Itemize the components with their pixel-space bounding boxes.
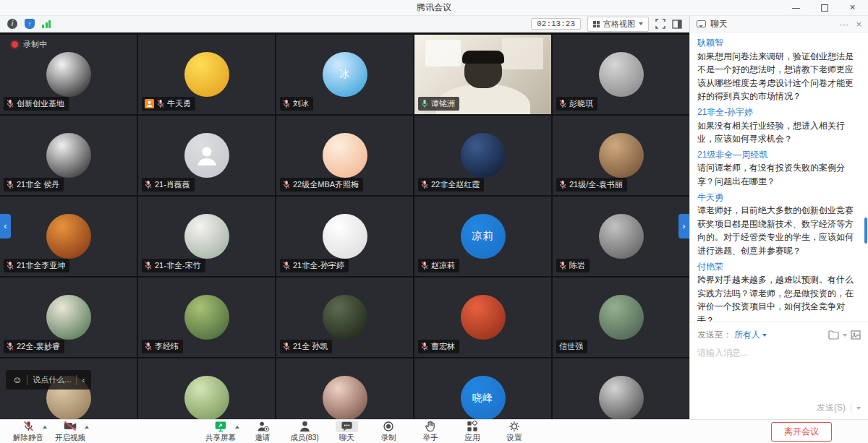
avatar: 凉莉 [461, 214, 506, 259]
participant-name: 创新创业基地 [17, 98, 64, 109]
screenshot-icon[interactable] [851, 330, 861, 340]
toolbar-settings-button[interactable]: 设置 [493, 420, 535, 443]
toolbar-invite-button[interactable]: 邀请 [242, 420, 284, 443]
previous-page-arrow[interactable]: ‹ [0, 214, 11, 238]
toolbar-raise-hand-button[interactable]: 举手 [409, 420, 451, 443]
avatar [323, 214, 367, 259]
close-button[interactable]: × [848, 4, 856, 12]
emoji-icon[interactable]: ☺ [12, 375, 22, 384]
chevron-down-icon [762, 334, 767, 337]
message-sender[interactable]: 21非全-孙宇婷 [697, 106, 861, 119]
avatar [323, 295, 367, 340]
video-tile[interactable]: 彭晓琪 [553, 35, 689, 114]
toolbar-record-button[interactable]: 录制 [367, 420, 409, 443]
video-tile[interactable]: 李经纬 [138, 278, 275, 357]
toolbar-label: 录制 [381, 433, 396, 443]
leave-meeting-button[interactable]: 离开会议 [771, 422, 832, 442]
participant-name-chip: 曹宏林 [418, 340, 459, 353]
video-tile[interactable]: 曹宏林 [414, 278, 551, 357]
toolbar-unmute-button[interactable]: 解除静音 [7, 420, 49, 443]
maximize-button[interactable] [820, 4, 828, 12]
participant-name: 彭晓琪 [569, 98, 593, 109]
video-tile[interactable]: 冰刘冰 [276, 35, 413, 114]
avatar [599, 133, 644, 178]
recording-indicator: 录制中 [12, 39, 47, 50]
chat-history-icon[interactable] [828, 330, 839, 340]
message-sender[interactable]: 牛天勇 [697, 191, 861, 205]
participant-name-chip: 21-肖薇薇 [142, 178, 195, 192]
chat-scrollbar[interactable] [864, 218, 867, 244]
toolbar-share-screen-button[interactable]: 共享屏幕 [200, 420, 242, 443]
participant-name-chip: 21全 孙凯 [280, 340, 332, 353]
divider [851, 403, 851, 413]
participant-name-chip: 李经纬 [142, 340, 183, 353]
video-tile[interactable]: 21非全 侯丹 [0, 116, 137, 195]
chevron-up-icon[interactable] [85, 426, 89, 429]
video-tile[interactable]: 22非全赵红霞 [414, 116, 551, 195]
toolbar-start-video-button[interactable]: 开启视频 [49, 420, 91, 443]
video-tile[interactable]: 21全 孙凯 [276, 278, 413, 357]
quick-chat-placeholder[interactable]: 说点什么... [33, 374, 71, 385]
toolbar-label: 解除静音 [13, 433, 43, 443]
security-shield-icon[interactable]: ↑ [25, 19, 35, 29]
chat-close-icon[interactable]: × [856, 19, 861, 30]
video-tile[interactable]: 信世强 [553, 278, 689, 357]
chevron-up-icon[interactable] [235, 426, 239, 429]
video-tile[interactable]: 陈岩 [553, 197, 689, 276]
video-tile[interactable]: 21-非全-宋竹 [138, 197, 275, 276]
grid-view-icon [593, 21, 600, 27]
video-area: 录制中 创新创业基地牛天勇冰刘冰谭铭洲彭晓琪21非全 侯丹21-肖薇薇22级全M… [0, 33, 689, 419]
message-sender[interactable]: 付艳荣 [697, 260, 861, 274]
toolbar-members-button[interactable]: 成员(83) [284, 420, 326, 443]
participant-name: 22级全MBA齐照梅 [293, 179, 359, 190]
message-sender[interactable]: 耿颖智 [697, 36, 861, 50]
send-to-selector[interactable]: 所有人 [734, 329, 767, 341]
video-tile[interactable]: 22级全MBA齐照梅 [276, 116, 413, 195]
video-tile[interactable]: 牛天勇 [138, 35, 275, 114]
side-panel-icon[interactable] [672, 20, 682, 29]
video-tile[interactable]: 22全-裴妙睿 [0, 278, 137, 357]
chat-input[interactable]: 请输入消息... [697, 347, 861, 359]
video-tile[interactable]: 谭铭洲 [414, 35, 551, 114]
message-sender[interactable]: 21级非全—周经凯 [697, 148, 861, 162]
participant-name-chip: 创新创业基地 [4, 97, 69, 111]
video-tile[interactable]: 凉莉赵凉莉 [414, 197, 551, 276]
video-tile[interactable]: 21级/全-袁书丽 [553, 116, 689, 195]
toolbar-label: 应用 [465, 433, 480, 443]
video-tile[interactable]: 晓峰裴晓峰 [414, 358, 551, 419]
avatar [46, 295, 91, 340]
chat-header: 聊天 ··· × [690, 16, 868, 33]
video-tile[interactable]: 王晋祁☺说点什么...‹ [0, 358, 137, 419]
message-text: 请问谭老师，有没有投资失败的案例分享？问题出在哪里？ [697, 161, 861, 188]
divider [76, 375, 77, 385]
chat-message-list[interactable]: 耿颖智如果想用问卷法来调研，验证创业想法是不是一个好的想法时，想请教下老师更应该… [690, 33, 868, 322]
participant-name: 21级/全-袁书丽 [569, 179, 623, 190]
video-tile[interactable]: 21非全李亚坤 [0, 197, 137, 276]
quick-chat-bar[interactable]: ☺说点什么...‹ [6, 370, 91, 390]
collapse-chevron-icon[interactable]: ‹ [82, 375, 85, 385]
video-tile[interactable]: 21全-唐静 [553, 358, 689, 419]
send-options-chevron-icon[interactable] [856, 407, 861, 410]
chat-title: 聊天 [710, 18, 728, 30]
send-button[interactable]: 发送(S) [817, 402, 846, 414]
layout-view-button[interactable]: 宫格视图 [587, 17, 649, 32]
toolbar-apps-button[interactable]: 应用 [451, 420, 493, 443]
video-tile[interactable]: 22全 段秋爽 [276, 358, 413, 419]
chat-message: 21级非全—周经凯请问谭老师，有没有投资失败的案例分享？问题出在哪里？ [697, 148, 861, 189]
meeting-info-icon[interactable]: i [7, 19, 17, 29]
chevron-down-icon[interactable] [843, 334, 847, 337]
minimize-button[interactable] [792, 4, 800, 12]
chevron-up-icon[interactable] [43, 426, 47, 429]
fullscreen-icon[interactable] [655, 19, 665, 29]
avatar [599, 295, 644, 340]
video-tile[interactable]: 王瑞囡 [138, 358, 275, 419]
avatar [461, 295, 506, 340]
toolbar-chat-button[interactable]: 聊天 [326, 420, 367, 443]
video-tile[interactable]: 21非全-孙宇婷 [276, 197, 413, 276]
layout-view-label: 宫格视图 [603, 19, 635, 30]
next-page-arrow[interactable]: › [678, 214, 689, 238]
chat-more-icon[interactable]: ··· [839, 19, 848, 30]
view-controls: 02:13:23 宫格视图 [531, 17, 682, 32]
network-signal-icon[interactable] [42, 20, 51, 28]
video-tile[interactable]: 21-肖薇薇 [138, 116, 275, 195]
